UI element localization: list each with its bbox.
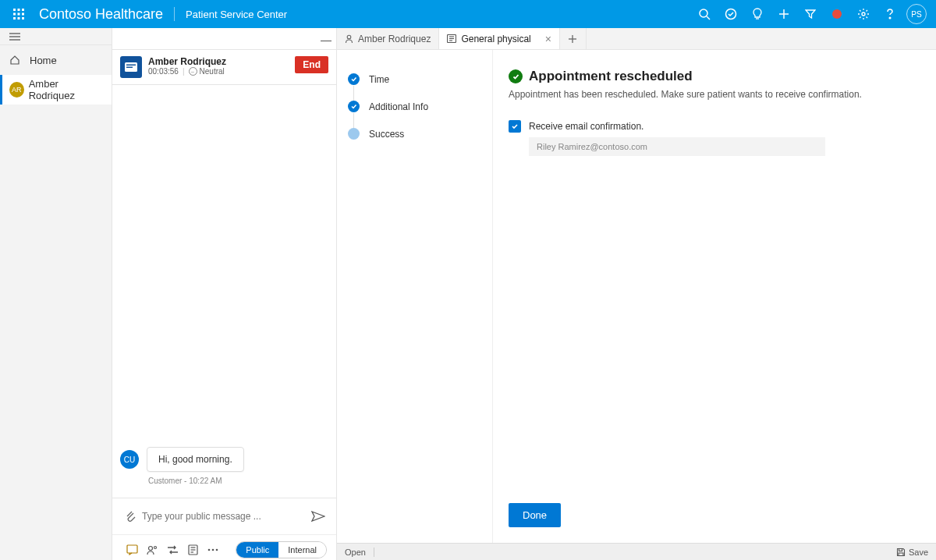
lightbulb-icon[interactable] <box>744 0 771 28</box>
chat-channel-icon <box>120 56 142 78</box>
checkbox-checked-icon <box>509 120 521 133</box>
steps-list: Time Additional Info Success <box>337 50 493 543</box>
visibility-toggle[interactable]: Public Internal <box>236 541 327 558</box>
person-icon <box>345 34 353 44</box>
svg-rect-4 <box>18 13 20 16</box>
step-success[interactable]: Success <box>348 120 481 147</box>
form-icon <box>447 34 456 43</box>
send-icon[interactable] <box>310 511 327 522</box>
left-nav: Home AR Amber Rodriquez <box>0 28 112 560</box>
step-additional-label: Additional Info <box>369 101 428 112</box>
search-icon[interactable] <box>691 0 718 28</box>
step-time[interactable]: Time <box>348 66 481 93</box>
settings-icon[interactable] <box>850 0 877 28</box>
svg-rect-5 <box>22 13 24 16</box>
message-bubble: Hi, good morning. <box>147 447 244 472</box>
close-icon[interactable]: × <box>545 33 551 45</box>
conv-header: Amber Rodriquez 00:03:56 | – Neutral End <box>112 50 336 85</box>
svg-rect-22 <box>126 67 133 69</box>
step-additional-info[interactable]: Additional Info <box>348 93 481 120</box>
record-icon[interactable] <box>824 0 850 28</box>
tab-general-physical[interactable]: General physical × <box>439 28 560 49</box>
form-title: Appointment rescheduled <box>529 69 693 84</box>
work-area: Amber Rodriquez General physical × Time … <box>337 28 936 560</box>
tab-patient[interactable]: Amber Rodriquez <box>337 28 439 49</box>
step-time-label: Time <box>369 74 389 85</box>
more-icon[interactable] <box>203 548 223 551</box>
message-row: CU Hi, good morning. <box>120 447 328 472</box>
nav-patient[interactable]: AR Amber Rodriquez <box>0 75 112 105</box>
nav-home-label: Home <box>30 55 57 66</box>
minimize-icon[interactable] <box>321 41 332 42</box>
svg-point-25 <box>154 547 157 549</box>
form-description: Appointment has been rescheduled. Make s… <box>509 89 920 100</box>
save-icon[interactable] <box>896 548 906 557</box>
step-done-icon <box>348 101 360 112</box>
svg-point-16 <box>889 17 891 19</box>
attachment-icon[interactable] <box>122 510 139 523</box>
tab-general-label: General physical <box>461 34 530 44</box>
customer-avatar-icon: CU <box>120 450 139 469</box>
compose-toolbar: Public Internal <box>112 534 336 560</box>
status-save[interactable]: Save <box>909 548 928 557</box>
svg-point-32 <box>216 549 218 551</box>
conv-timer: 00:03:56 <box>148 67 179 76</box>
divider <box>174 7 175 21</box>
status-open[interactable]: Open <box>345 548 366 557</box>
notes-icon[interactable] <box>183 544 203 555</box>
end-button[interactable]: End <box>295 56 328 73</box>
done-button[interactable]: Done <box>509 503 561 527</box>
svg-rect-40 <box>899 548 902 551</box>
conv-tabstrip <box>112 28 336 50</box>
email-field[interactable]: Riley Ramirez@contoso.com <box>529 137 825 156</box>
help-icon[interactable] <box>877 0 903 28</box>
step-done-icon <box>348 73 360 85</box>
svg-rect-0 <box>13 9 16 11</box>
message-meta: Customer - 10:22 AM <box>120 477 328 485</box>
consult-icon[interactable] <box>142 544 162 555</box>
app-launcher-icon[interactable] <box>6 9 31 19</box>
transfer-icon[interactable] <box>162 545 183 555</box>
nav-patient-label: Amber Rodriquez <box>29 78 102 101</box>
svg-rect-2 <box>22 9 24 11</box>
tab-row: Amber Rodriquez General physical × <box>337 28 936 50</box>
svg-rect-8 <box>22 17 24 19</box>
composer <box>112 498 336 534</box>
svg-point-31 <box>212 549 214 551</box>
seg-internal[interactable]: Internal <box>278 542 326 558</box>
top-bar: Contoso Healthcare Patient Service Cente… <box>0 0 936 28</box>
svg-rect-1 <box>18 9 20 11</box>
user-avatar[interactable]: PS <box>903 0 930 28</box>
nav-home[interactable]: Home <box>0 45 112 75</box>
svg-rect-23 <box>127 545 137 553</box>
step-success-label: Success <box>369 129 404 140</box>
svg-point-9 <box>700 9 707 17</box>
svg-point-30 <box>208 549 211 551</box>
conv-sentiment: Neutral <box>200 67 225 76</box>
add-icon[interactable] <box>771 0 797 28</box>
checkbox-label: Receive email confirmation. <box>529 121 644 132</box>
compose-input[interactable] <box>139 506 310 526</box>
sentiment-icon: – <box>189 67 197 76</box>
app-subtitle: Patient Service Center <box>178 9 287 20</box>
brand-title: Contoso Healthcare <box>31 6 171 23</box>
status-bar: Open Save <box>337 543 936 560</box>
conv-name: Amber Rodriquez <box>148 56 295 67</box>
form-area: Appointment rescheduled Appointment has … <box>493 50 936 543</box>
svg-line-10 <box>707 16 710 19</box>
conversation-panel: Amber Rodriquez 00:03:56 | – Neutral End… <box>112 28 337 560</box>
seg-public[interactable]: Public <box>236 542 278 558</box>
home-icon <box>9 55 23 66</box>
hamburger-icon[interactable] <box>0 28 112 45</box>
patient-avatar-icon: AR <box>9 82 24 97</box>
add-tab-button[interactable] <box>560 28 587 49</box>
tab-patient-label: Amber Rodriquez <box>358 34 431 44</box>
quick-replies-icon[interactable] <box>122 544 142 555</box>
svg-rect-41 <box>899 553 903 556</box>
svg-rect-3 <box>13 13 16 16</box>
email-confirmation-checkbox[interactable]: Receive email confirmation. <box>509 120 920 133</box>
svg-rect-6 <box>13 17 16 19</box>
filter-icon[interactable] <box>797 0 824 28</box>
task-icon[interactable] <box>718 0 744 28</box>
svg-point-15 <box>862 12 865 16</box>
